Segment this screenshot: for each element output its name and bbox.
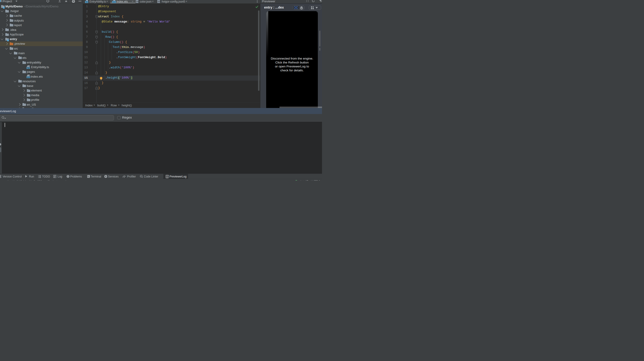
svg-text:ETS: ETS [27, 76, 30, 78]
svg-text:TS: TS [27, 67, 29, 69]
